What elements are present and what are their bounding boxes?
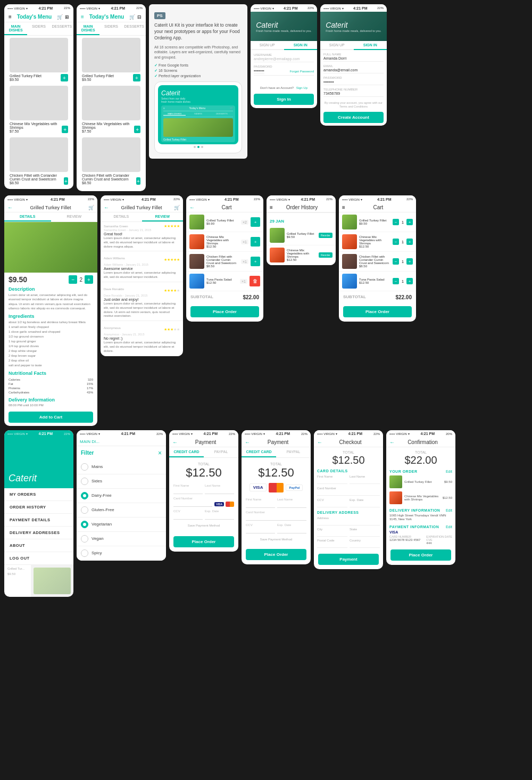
- cart-icon-2[interactable]: 🛒: [129, 14, 135, 20]
- tab-cc-2[interactable]: CREDIT CARD: [242, 447, 276, 457]
- signin-tab-1[interactable]: SIGN IN: [284, 41, 318, 50]
- filter-radio-dairy[interactable]: [81, 492, 88, 499]
- password-value[interactable]: ••••••••: [254, 69, 264, 74]
- firstname-field-1[interactable]: First Name: [173, 484, 203, 494]
- ccv-field-2[interactable]: CCV: [246, 523, 275, 533]
- checkout-lastname[interactable]: Last Name: [350, 475, 380, 484]
- lastname-field-1[interactable]: Last Name: [205, 484, 234, 494]
- fullname-value[interactable]: Amanda Dorri: [323, 56, 384, 62]
- back-arrow-checkout[interactable]: ←: [317, 439, 322, 445]
- edit-order-link[interactable]: Edit: [446, 470, 452, 473]
- exp-field-1[interactable]: Exp. Date: [205, 510, 234, 520]
- forgot-password-link[interactable]: Forgot Password: [290, 70, 314, 73]
- qty-minus-2[interactable]: −: [393, 239, 399, 245]
- back-arrow-cart-sm[interactable]: ←: [189, 204, 195, 210]
- cart-add-1[interactable]: +: [251, 217, 260, 227]
- cardnum-field-1[interactable]: Card Number: [173, 497, 212, 507]
- filter-radio-vegan[interactable]: [81, 535, 88, 543]
- add-btn-3[interactable]: +: [64, 177, 68, 185]
- filter-vegetarian[interactable]: Vegetarian: [77, 518, 166, 532]
- sidebar-item-payment[interactable]: PAYMENT DETAILS: [4, 514, 73, 527]
- sidebar-item-delivery[interactable]: DELIVERY ADDRESSES: [4, 527, 73, 539]
- checkout-ccv[interactable]: CCV: [317, 498, 347, 507]
- tab-review[interactable]: REVIEW: [51, 212, 98, 221]
- qty-plus-btn[interactable]: +: [85, 275, 93, 284]
- edit-payment-link[interactable]: Edit: [446, 525, 452, 529]
- qty-plus-1[interactable]: +: [406, 219, 413, 225]
- hamburger-icon-2[interactable]: ≡: [81, 14, 84, 20]
- back-arrow-pay1[interactable]: ←: [172, 439, 178, 445]
- hamburger-icon-oh[interactable]: ≡: [270, 204, 273, 210]
- tab-main-dishes-1[interactable]: MAIN DISHES: [4, 22, 27, 35]
- place-order-button-sm[interactable]: Place Order: [190, 306, 259, 317]
- qty-minus-1[interactable]: −: [393, 219, 399, 225]
- tab-desserts-2[interactable]: DESSERTS: [123, 22, 146, 35]
- reorder-btn-1[interactable]: Reorder: [319, 233, 332, 238]
- place-order-pay1-button[interactable]: Place Order: [173, 536, 234, 547]
- lastname-field-2[interactable]: Last Name: [277, 498, 306, 508]
- filter-mains[interactable]: Mains: [77, 460, 166, 474]
- checkout-cardnum[interactable]: Card Number: [317, 487, 380, 496]
- confirm-place-order-button[interactable]: Place Order: [390, 549, 451, 561]
- tab-cc-1[interactable]: CREDIT CARD: [169, 447, 204, 457]
- tab-siders-2[interactable]: SIDERS: [99, 22, 122, 35]
- qty-minus-4[interactable]: −: [393, 278, 399, 284]
- add-btn-list-2[interactable]: +: [134, 126, 140, 133]
- payment-button[interactable]: Payment: [318, 554, 379, 565]
- qty-plus-4[interactable]: +: [406, 278, 413, 284]
- signin-button[interactable]: Sign In: [254, 94, 314, 105]
- tab-desserts-1[interactable]: DESSERTS: [51, 22, 73, 35]
- back-arrow-reviews[interactable]: ←: [104, 204, 109, 210]
- add-btn-list-3[interactable]: +: [136, 177, 140, 185]
- add-btn-list-1[interactable]: +: [133, 74, 140, 81]
- place-order-button-full[interactable]: Place Order: [343, 306, 412, 317]
- reg-password-value[interactable]: ••••••••: [323, 80, 384, 85]
- cart-icon-reviews[interactable]: 🛒: [174, 205, 180, 210]
- filter-radio-gluten[interactable]: [81, 506, 88, 514]
- filter-radio-veg[interactable]: [81, 521, 88, 528]
- filter-dairyfree[interactable]: Dairy-Free: [77, 489, 166, 503]
- qty-minus-btn[interactable]: −: [69, 275, 77, 284]
- email-value[interactable]: amanda@email.com: [323, 68, 384, 73]
- tab-details-reviews[interactable]: DETAILS: [101, 212, 142, 221]
- create-account-button[interactable]: Create Account: [323, 112, 384, 123]
- filter-spicy[interactable]: Spicy: [77, 546, 166, 561]
- tab-paypal-1[interactable]: PAYPAL: [204, 447, 238, 457]
- add-to-cart-button[interactable]: Add to Cart: [9, 412, 93, 423]
- tab-paypal-2[interactable]: PAYPAL: [276, 447, 311, 457]
- filter-glutenfree[interactable]: Gluten-Free: [77, 503, 166, 518]
- edit-delivery-link[interactable]: Edit: [446, 508, 452, 512]
- qty-plus-2[interactable]: +: [406, 239, 413, 245]
- cart-add-3[interactable]: +: [251, 257, 260, 266]
- hamburger-icon-cart[interactable]: ≡: [342, 204, 345, 210]
- signup-tab-2[interactable]: SIGN UP: [320, 41, 354, 50]
- cart-icon-detail[interactable]: 🛒: [88, 205, 94, 210]
- signin-tab-2[interactable]: SIGN IN: [354, 41, 387, 50]
- checkout-address[interactable]: Address: [317, 516, 380, 526]
- grid-icon-1[interactable]: ⊞: [65, 14, 69, 20]
- list-icon-2[interactable]: ⊟: [137, 14, 142, 20]
- tab-details[interactable]: DETAILS: [4, 212, 51, 221]
- phone-value[interactable]: 73456789: [323, 92, 384, 97]
- filter-radio-mains[interactable]: [81, 463, 88, 471]
- checkout-city[interactable]: City: [317, 528, 347, 537]
- sidebar-item-logout[interactable]: LOG OUT: [4, 552, 73, 565]
- exp-field-2[interactable]: Exp. Date: [277, 523, 306, 533]
- checkout-firstname[interactable]: First Name: [317, 475, 347, 484]
- firstname-field-2[interactable]: First Name: [246, 498, 275, 508]
- add-btn-1[interactable]: +: [61, 74, 68, 81]
- cart-add-2[interactable]: +: [251, 237, 260, 247]
- username-value[interactable]: andrepierre@emailapp.com: [254, 57, 314, 62]
- filter-vegan[interactable]: Vegan: [77, 532, 166, 546]
- back-arrow-pay2[interactable]: ←: [245, 439, 250, 445]
- back-arrow-detail[interactable]: ←: [7, 204, 13, 210]
- checkout-country[interactable]: Country: [350, 539, 380, 548]
- cardnum-field-2[interactable]: Card Number: [246, 511, 306, 521]
- signup-link[interactable]: Sign Up: [296, 86, 307, 89]
- signup-tab-1[interactable]: SIGN UP: [251, 41, 284, 50]
- filter-radio-spicy[interactable]: [81, 549, 88, 557]
- checkout-state[interactable]: State: [350, 528, 380, 537]
- filter-sides[interactable]: Sides: [77, 474, 166, 489]
- place-order-pay2-button[interactable]: Place Order: [246, 549, 306, 560]
- save-method-1[interactable]: Save Payment Method: [173, 522, 234, 530]
